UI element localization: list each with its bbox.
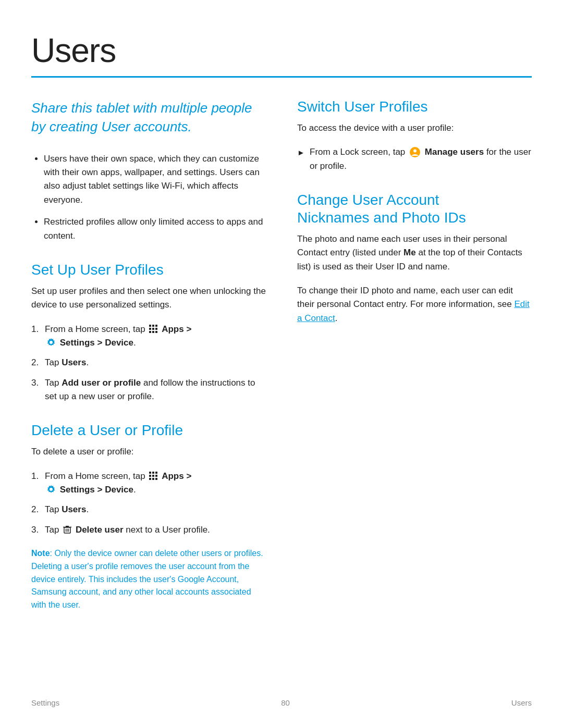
svg-rect-0: [149, 325, 151, 327]
setup-step-3: 3. Tap Add user or profile and follow th…: [31, 376, 266, 404]
delete-section: Delete a User or Profile To delete a use…: [31, 422, 266, 612]
switch-bullet: ► From a Lock screen, tap Manage users f…: [297, 145, 532, 173]
svg-rect-5: [155, 328, 157, 330]
apps-label: Apps >: [162, 324, 191, 334]
intro-bullets: Users have their own space, which they c…: [31, 152, 266, 243]
svg-rect-15: [152, 475, 154, 477]
change-para-2: To change their ID photo and name, each …: [297, 284, 532, 325]
delete-step-1: 1. From a Home screen, tap: [31, 470, 266, 497]
svg-rect-13: [155, 472, 157, 474]
footer-left: Settings: [31, 698, 59, 707]
left-column: Share this tablet with multiple people b…: [31, 98, 266, 631]
delete-step-2: 2. Tap Users.: [31, 503, 266, 516]
svg-rect-16: [155, 475, 157, 477]
svg-rect-4: [152, 328, 154, 330]
delete-steps: 1. From a Home screen, tap: [31, 470, 266, 537]
delete-step-3: 3. Tap: [31, 523, 266, 537]
footer-right: Users: [511, 698, 532, 707]
svg-rect-3: [149, 328, 151, 330]
note-label: Note: [31, 549, 50, 558]
step-content: From a Home screen, tap: [45, 323, 266, 350]
svg-rect-8: [155, 331, 157, 333]
intro-text: Share this tablet with multiple people b…: [31, 98, 266, 137]
bullet-item: Users have their own space, which they c…: [44, 152, 266, 207]
svg-rect-12: [152, 472, 154, 474]
change-section: Change User Account Nicknames and Photo …: [297, 192, 532, 325]
delete-heading: Delete a User or Profile: [31, 422, 266, 439]
svg-rect-6: [149, 331, 151, 333]
delete-intro: To delete a user or profile:: [31, 445, 266, 459]
manage-users-icon: [409, 146, 421, 158]
settings-icon: [46, 337, 56, 348]
switch-intro: To access the device with a user profile…: [297, 121, 532, 135]
title-divider: [31, 76, 532, 78]
svg-rect-24: [66, 526, 69, 527]
settings-device-label: Settings > Device: [60, 338, 133, 348]
trash-icon: [63, 525, 72, 534]
step-content: Tap Delete user next to a User: [45, 523, 266, 537]
svg-rect-19: [155, 478, 157, 480]
svg-rect-18: [152, 478, 154, 480]
manage-users-label: Manage users: [425, 147, 484, 157]
setup-intro: Set up user profiles and then select one…: [31, 285, 266, 312]
svg-rect-11: [149, 472, 151, 474]
change-heading-group: Change User Account Nicknames and Photo …: [297, 192, 532, 226]
settings-device-label: Settings > Device: [60, 485, 133, 495]
change-heading-2: Nicknames and Photo IDs: [297, 209, 532, 226]
svg-rect-1: [152, 325, 154, 327]
arrow-icon: ►: [297, 146, 304, 158]
change-heading-1: Change User Account: [297, 192, 532, 208]
svg-rect-17: [149, 478, 151, 480]
step-content: Tap Users.: [45, 356, 266, 369]
step-content: From a Home screen, tap: [45, 470, 266, 497]
me-label: Me: [403, 248, 416, 257]
setup-step-2: 2. Tap Users.: [31, 356, 266, 369]
page-footer: Settings 80 Users: [31, 698, 532, 707]
content-area: Share this tablet with multiple people b…: [31, 98, 532, 631]
setup-section: Set Up User Profiles Set up user profile…: [31, 262, 266, 403]
users-label: Users: [62, 504, 86, 514]
svg-point-29: [413, 149, 417, 152]
step-number: 1.: [31, 323, 42, 350]
step-content: Tap Add user or profile and follow the i…: [45, 376, 266, 404]
setup-step-1: 1. From a Home screen, tap: [31, 323, 266, 350]
settings-icon: [46, 484, 56, 495]
step-number: 2.: [31, 356, 42, 369]
svg-rect-7: [152, 331, 154, 333]
svg-point-21: [50, 488, 53, 491]
footer-center: 80: [281, 698, 290, 707]
svg-rect-14: [149, 475, 151, 477]
change-para-1: The photo and name each user uses in the…: [297, 232, 532, 274]
delete-user-label: Delete user: [76, 525, 124, 535]
step-number: 3.: [31, 376, 42, 404]
svg-point-10: [50, 341, 53, 344]
apps-label: Apps >: [162, 471, 191, 481]
note-text: Note: Only the device owner can delete o…: [31, 547, 266, 612]
apps-icon: [149, 471, 158, 480]
svg-rect-2: [155, 325, 157, 327]
setup-heading: Set Up User Profiles: [31, 262, 266, 278]
right-column: Switch User Profiles To access the devic…: [297, 98, 532, 631]
step-number: 3.: [31, 523, 42, 537]
step-number: 1.: [31, 470, 42, 497]
edit-contact-link[interactable]: Edit a Contact: [297, 299, 530, 323]
switch-section: Switch User Profiles To access the devic…: [297, 98, 532, 173]
apps-icon: [149, 324, 158, 334]
bullet-item: Restricted profiles allow only limited a…: [44, 215, 266, 243]
users-label: Users: [62, 357, 86, 367]
page-title: Users: [31, 31, 532, 70]
add-user-label: Add user or profile: [62, 378, 141, 388]
step-content: Tap Users.: [45, 503, 266, 516]
switch-heading: Switch User Profiles: [297, 98, 532, 115]
setup-steps: 1. From a Home screen, tap: [31, 323, 266, 404]
switch-bullet-content: From a Lock screen, tap Manage users for…: [310, 145, 532, 173]
step-number: 2.: [31, 503, 42, 516]
